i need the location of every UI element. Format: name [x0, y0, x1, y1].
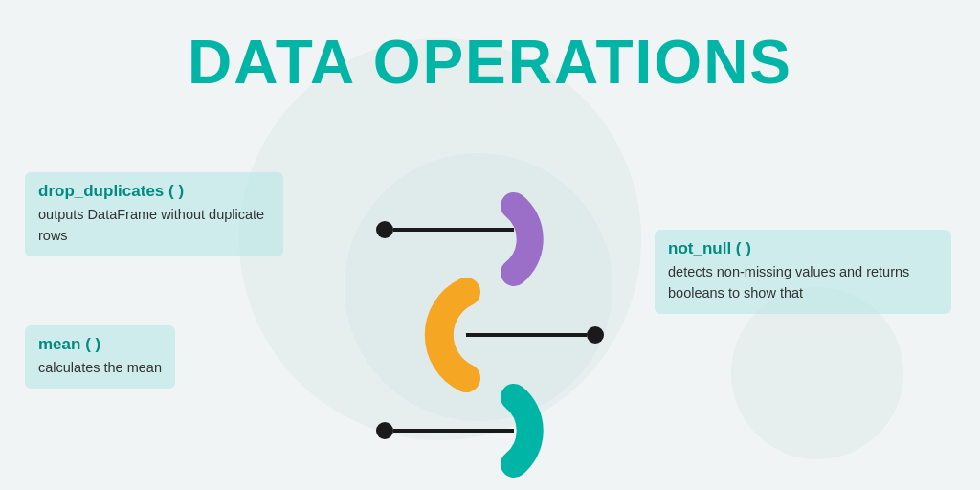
- dot-top: [376, 221, 393, 238]
- card-not-null-desc: detects non-missing values and returns b…: [668, 262, 938, 304]
- arc-purple: [514, 206, 530, 273]
- page-title: DATA OPERATIONS: [0, 0, 980, 98]
- dot-middle: [587, 326, 604, 344]
- arc-teal: [514, 397, 530, 464]
- content-area: drop_duplicates ( ) outputs DataFrame wi…: [0, 124, 980, 490]
- card-mean-title: mean ( ): [38, 335, 162, 354]
- card-drop-duplicates-title: drop_duplicates ( ): [38, 182, 270, 201]
- card-not-null: not_null ( ) detects non-missing values …: [655, 230, 951, 314]
- card-not-null-title: not_null ( ): [668, 239, 938, 258]
- dot-bottom: [376, 422, 393, 439]
- card-mean-desc: calculates the mean: [38, 358, 162, 379]
- card-drop-duplicates: drop_duplicates ( ) outputs DataFrame wi…: [25, 172, 283, 256]
- card-drop-duplicates-desc: outputs DataFrame without duplicate rows: [38, 205, 270, 247]
- arc-orange: [439, 292, 466, 378]
- diagram-svg: [356, 153, 624, 479]
- connector-diagram: [356, 153, 624, 479]
- card-mean: mean ( ) calculates the mean: [25, 325, 175, 389]
